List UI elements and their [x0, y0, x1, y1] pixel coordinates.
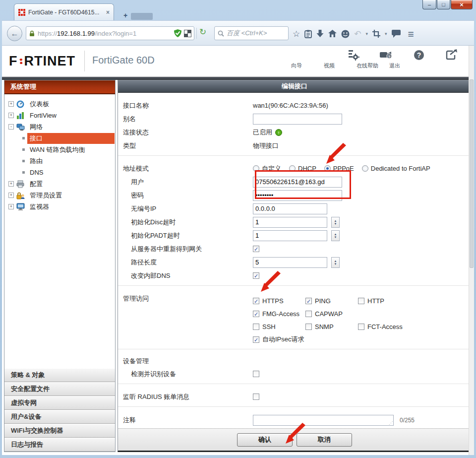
toolbar-divider	[196, 28, 197, 39]
browser-tab[interactable]: FortiGate - FGT60D4615... ×	[14, 3, 114, 20]
bookmark-star-icon[interactable]: ☆	[293, 30, 300, 38]
sidebar-item-wan-llb[interactable]: WAN 链路负载均衡	[4, 144, 115, 155]
sidebar-item-interface[interactable]: 接口	[4, 132, 115, 144]
cb-ping[interactable]: PING	[305, 297, 358, 305]
bookmarks-menu-icon[interactable]	[304, 30, 312, 38]
chat-bubble-icon[interactable]	[392, 30, 401, 38]
spinner-buttons[interactable]: ▲▼	[331, 217, 340, 228]
sidebar-item-config[interactable]: + 配置	[4, 178, 115, 190]
back-button[interactable]: ←	[7, 26, 22, 41]
expand-icon[interactable]: +	[8, 204, 14, 209]
svg-text:?: ?	[417, 51, 421, 59]
sidebar-section-wifi-switch[interactable]: WiFi与交换控制器	[4, 424, 115, 438]
sidebar-item-routing[interactable]: 路由	[4, 155, 115, 167]
expand-icon[interactable]: +	[8, 181, 14, 187]
minimize-icon: –	[428, 1, 431, 7]
qr-code-icon[interactable]	[184, 30, 191, 37]
logout-button[interactable]: 退出	[439, 49, 465, 69]
spinner-buttons[interactable]: ▲▼	[331, 230, 340, 241]
maximize-button[interactable]: □	[437, 0, 450, 9]
cb-http[interactable]: HTTP	[358, 297, 411, 305]
annotation-arrow-pppoe	[325, 143, 347, 165]
radio-fortiap[interactable]: Dedicated to FortiAP	[362, 165, 430, 172]
sidebar-section-security-profiles[interactable]: 安全配置文件	[4, 382, 115, 396]
downloads-icon[interactable]	[316, 30, 324, 38]
spinner-buttons[interactable]: ▲▼	[331, 257, 340, 268]
cb-auto-ipsec[interactable]: 自动IPsec请求	[253, 335, 304, 344]
config-icon	[16, 180, 25, 188]
type-value: 物理接口	[253, 141, 279, 150]
fortiview-icon	[16, 112, 25, 120]
feedback-smiley-icon[interactable]	[341, 30, 350, 38]
lock-icon	[29, 30, 35, 37]
unnumbered-ip-input[interactable]	[253, 203, 327, 214]
search-input[interactable]: 百度 <Ctrl+K>	[214, 26, 289, 40]
network-icon	[16, 123, 25, 131]
new-tab-button[interactable]: +	[119, 12, 132, 19]
cb-snmp[interactable]: SNMP	[305, 323, 358, 330]
sidebar-item-monitor[interactable]: + 监视器	[4, 201, 115, 212]
status-up-icon: ↑	[275, 129, 282, 136]
expand-icon[interactable]: +	[8, 193, 14, 198]
scrollbar-thumb[interactable]	[470, 79, 474, 268]
detect-devices-checkbox[interactable]	[253, 371, 259, 377]
cb-https[interactable]: HTTPS	[253, 297, 305, 305]
bullet-icon	[22, 137, 25, 139]
crop-dropdown-icon[interactable]: ▾	[385, 32, 387, 36]
sidebar-section-vpn[interactable]: 虚拟专网	[4, 396, 115, 410]
radio-icon[interactable]	[362, 165, 368, 172]
radius-checkbox[interactable]	[253, 393, 259, 400]
close-tab-icon[interactable]: ×	[106, 9, 110, 16]
undo-dropdown-icon[interactable]: ▾	[366, 32, 368, 36]
maximize-icon: □	[442, 1, 445, 7]
sidebar-tree: + 仪表板 + FortiView - 网络 接口	[4, 94, 115, 212]
sidebar-item-dashboard[interactable]: + 仪表板	[4, 98, 115, 110]
distance-input[interactable]	[253, 257, 327, 268]
expand-icon[interactable]: +	[8, 113, 14, 118]
fortinet-logo: FRTINET	[9, 54, 75, 69]
menu-icon[interactable]: ≡	[408, 29, 414, 39]
cb-ssh[interactable]: SSH	[253, 323, 305, 330]
reload-button[interactable]: ↻	[199, 27, 206, 37]
sidebar-header-system[interactable]: 系统管理	[4, 80, 115, 94]
alias-input[interactable]	[253, 114, 342, 125]
type-row: 类型 物理接口	[118, 139, 471, 152]
annotation-arrow-ok	[285, 423, 306, 445]
annotation-arrow-https	[260, 271, 282, 293]
sidebar-section-user-device[interactable]: 用户&设备	[4, 410, 115, 424]
sidebar-item-dns[interactable]: DNS	[4, 167, 115, 178]
device-mgmt-row: 设备管理	[118, 355, 471, 367]
sidebar-item-fortiview[interactable]: + FortiView	[4, 110, 115, 121]
expand-icon[interactable]: +	[8, 101, 14, 107]
sidebar-section-policy[interactable]: 策略 & 对象	[4, 368, 115, 382]
collapse-icon[interactable]: -	[8, 124, 14, 130]
retrieve-gateway-checkbox[interactable]	[253, 246, 259, 252]
navigation-toolbar: ← https://192.168.1.99/index?login=1 ↻ 百…	[2, 20, 474, 46]
cb-capwap[interactable]: CAPWAP	[305, 310, 358, 318]
cb-fct-access[interactable]: FCT-Access	[358, 323, 411, 330]
resize-grip-icon[interactable]: ⋰	[389, 421, 393, 425]
video-icon: ?	[380, 49, 393, 61]
init-padt-input[interactable]	[253, 230, 327, 241]
comments-textarea[interactable]: ⋰	[253, 415, 394, 426]
screenshot-crop-icon[interactable]	[372, 30, 380, 38]
init-padt-row: 初始化PADT超时 ▲▼	[118, 229, 471, 242]
section-separator	[118, 285, 471, 292]
cb-fmg-access[interactable]: FMG-Access	[253, 310, 305, 318]
sidebar-item-network[interactable]: - 网络	[4, 121, 115, 132]
admin-lock-icon	[16, 192, 25, 199]
comments-counter: 0/255	[400, 417, 415, 424]
minimize-button[interactable]: –	[422, 0, 436, 9]
undo-icon[interactable]: ↶	[354, 30, 361, 38]
sidebar-item-admin[interactable]: + 管理员设置	[4, 190, 115, 201]
page-scrollbar[interactable]	[469, 46, 474, 455]
override-dns-checkbox[interactable]	[253, 272, 259, 279]
shield-icon[interactable]	[174, 29, 181, 37]
sidebar-section-log-report[interactable]: 日志与报告	[4, 438, 115, 452]
logout-icon	[446, 49, 458, 61]
init-disc-input[interactable]	[253, 217, 327, 228]
close-button[interactable]: ×	[451, 0, 473, 9]
home-icon[interactable]	[328, 30, 337, 38]
interface-name-value: wan1(90:6C:AC:23:9A:56)	[253, 102, 328, 109]
url-bar[interactable]: https://192.168.1.99/index?login=1	[26, 26, 194, 40]
